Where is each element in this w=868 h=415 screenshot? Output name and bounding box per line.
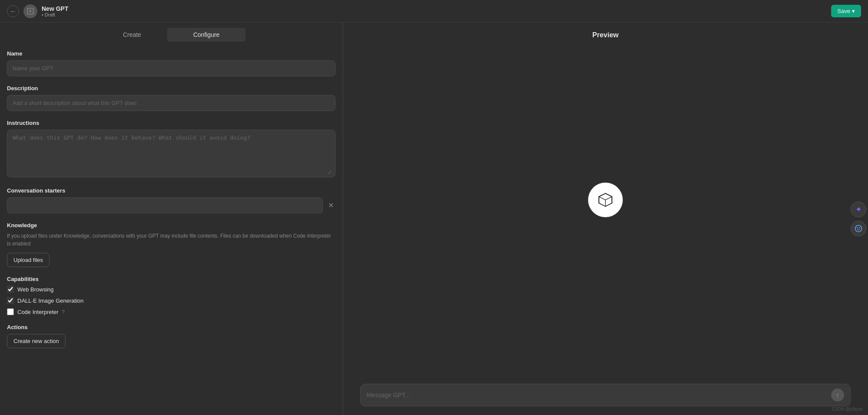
sparkle-button[interactable]: ✦ [851,202,866,217]
dalle-label: DALL·E Image Generation [17,297,83,304]
topbar-left: ← New GPT • Draft [7,4,68,18]
divider [343,23,343,415]
configure-form: Name Description Instructions ⤢ Conversa… [0,42,342,415]
topbar: ← New GPT • Draft Save ▾ [0,0,868,23]
name-field-group: Name [7,50,335,76]
back-icon: ← [10,8,16,15]
svg-point-6 [855,225,862,232]
web-browsing-checkbox[interactable] [7,286,14,293]
capability-web-browsing: Web Browsing [7,286,335,293]
gpt-title-block: New GPT • Draft [42,5,68,17]
main-layout: Create Configure Name Description Instru… [0,23,868,415]
description-field-group: Description [7,85,335,111]
clear-starter-button[interactable]: ✕ [326,199,335,211]
knowledge-description: If you upload files under Knowledge, con… [7,232,335,248]
actions-field-group: Actions Create new action [7,324,335,348]
code-interpreter-checkbox[interactable] [7,308,14,315]
conversation-starter-input[interactable] [7,197,323,213]
message-input-wrap: ↑ [360,384,851,406]
instructions-label: Instructions [7,120,335,126]
tab-configure[interactable]: Configure [167,28,246,42]
capabilities-label: Capabilities [7,276,335,282]
save-button[interactable]: Save ▾ [831,5,861,17]
actions-label: Actions [7,324,335,330]
watermark: CSDN @jcfszxc [832,407,863,412]
instructions-wrapper: ⤢ [7,130,335,179]
circle-button[interactable] [851,221,866,236]
tab-create[interactable]: Create [97,28,167,42]
back-button[interactable]: ← [7,5,19,17]
message-input[interactable] [367,392,827,399]
knowledge-field-group: Knowledge If you upload files under Know… [7,222,335,267]
svg-point-8 [859,227,860,229]
create-action-button[interactable]: Create new action [7,334,66,348]
knowledge-label: Knowledge [7,222,335,229]
help-icon[interactable]: ? [62,309,65,314]
name-label: Name [7,50,335,57]
description-label: Description [7,85,335,91]
expand-icon[interactable]: ⤢ [328,169,332,175]
send-icon: ↑ [836,392,839,399]
web-browsing-label: Web Browsing [17,286,54,293]
dalle-checkbox[interactable] [7,297,14,304]
name-input[interactable] [7,60,335,76]
side-buttons: ✦ [851,202,868,236]
preview-title: Preview [592,31,618,39]
preview-bottom: ↑ [343,377,868,415]
tabs-bar: Create Configure [0,23,342,42]
gpt-name: New GPT [42,5,68,12]
svg-point-7 [857,227,858,229]
upload-files-button[interactable]: Upload files [7,253,49,267]
description-input[interactable] [7,95,335,111]
starter-wrapper: ✕ [7,197,335,213]
capability-code-interpreter: Code Interpreter ? [7,308,335,315]
instructions-field-group: Instructions ⤢ [7,120,335,179]
gpt-icon-circle [588,183,623,217]
conversation-starters-label: Conversation starters [7,187,335,194]
left-panel: Create Configure Name Description Instru… [0,23,343,415]
preview-panel: Preview ↑ ✦ [343,23,868,415]
avatar [23,4,37,18]
cube-icon [597,191,614,209]
capabilities-field-group: Capabilities Web Browsing DALL·E Image G… [7,276,335,315]
svg-marker-2 [599,193,612,200]
capability-dalle: DALL·E Image Generation [7,297,335,304]
send-button[interactable]: ↑ [831,389,844,402]
code-interpreter-label: Code Interpreter [17,309,59,315]
conversation-starters-field-group: Conversation starters ✕ [7,187,335,213]
gpt-draft-status: • Draft [42,12,68,17]
face-icon [854,224,863,233]
instructions-input[interactable] [7,130,335,177]
preview-gpt-icon-area [588,23,623,377]
